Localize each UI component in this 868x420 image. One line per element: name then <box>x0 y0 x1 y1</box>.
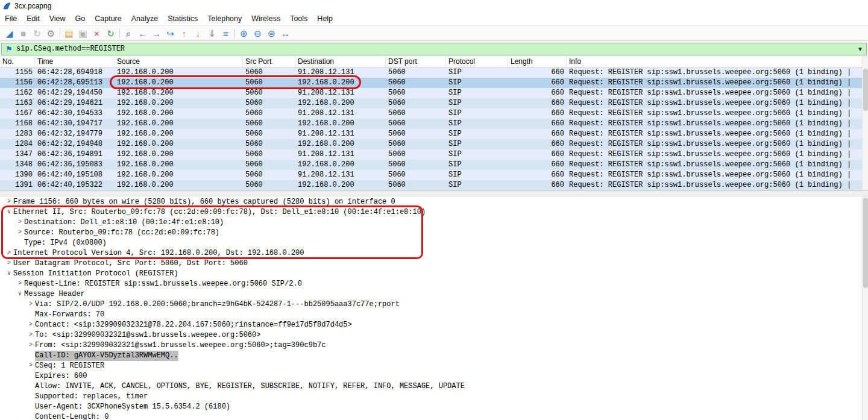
restart-capture-icon[interactable]: ↻ <box>30 27 44 40</box>
menu-tools[interactable]: Tools <box>285 13 312 25</box>
resize-columns-icon[interactable]: ↔ <box>278 27 292 40</box>
expander-collapsed-icon[interactable]: > <box>27 320 35 330</box>
detail-line[interactable]: Call-ID: gAYOX-V5Dyztal3RWMwEMQ.. <box>0 351 868 361</box>
expander-collapsed-icon[interactable]: > <box>5 248 13 259</box>
detail-line[interactable]: Expires: 600 <box>0 371 868 381</box>
packet-row[interactable]: 116206:42:29,194450192.168.0.200506091.2… <box>0 88 868 98</box>
menu-file[interactable]: File <box>0 13 22 25</box>
menu-capture[interactable]: Capture <box>90 13 126 25</box>
detail-line[interactable]: ∨Session Initiation Protocol (REGISTER) <box>0 269 868 279</box>
zoom-100-icon[interactable]: ⊜ <box>265 27 278 40</box>
filter-dropdown-icon[interactable]: ▼ <box>854 46 866 52</box>
go-to-packet-icon[interactable]: ↪ <box>163 27 177 40</box>
cell-dst_port: 5060 <box>386 78 446 88</box>
detail-line[interactable]: >Request-Line: REGISTER sip:ssw1.brussel… <box>0 279 868 289</box>
stop-capture-icon[interactable]: ■ <box>16 27 30 40</box>
expander-collapsed-icon[interactable]: > <box>5 259 13 269</box>
expander-collapsed-icon[interactable]: > <box>5 197 13 207</box>
packet-row[interactable]: 139106:42:40,195322192.168.0.2005060192.… <box>0 180 868 190</box>
first-packet-icon[interactable]: ↑ <box>177 27 191 40</box>
details-scrollbar-thumb[interactable] <box>863 198 868 288</box>
column-header-dst-port[interactable]: DST port <box>386 57 446 67</box>
close-file-icon[interactable]: × <box>90 27 104 40</box>
packet-row[interactable]: 128406:42:32,194948192.168.0.2005060192.… <box>0 139 868 149</box>
detail-text: Request-Line: REGISTER sip:ssw1.brussels… <box>24 279 302 289</box>
expander-collapsed-icon[interactable]: > <box>16 279 24 289</box>
start-capture-icon[interactable]: ◢ <box>2 27 16 40</box>
expander-collapsed-icon[interactable]: > <box>16 218 24 228</box>
menu-help[interactable]: Help <box>312 13 338 25</box>
detail-line[interactable]: >To: <sip:329909032321@ssw1.brussels.wee… <box>0 330 868 340</box>
zoom-in-icon[interactable]: ⊕ <box>237 27 251 40</box>
packet-row[interactable]: 116806:42:30,194717192.168.0.2005060192.… <box>0 119 868 129</box>
column-header-src-port[interactable]: Src Port <box>243 57 295 67</box>
detail-line[interactable]: >CSeq: 1 REGISTER <box>0 361 868 371</box>
cell-protocol: SIP <box>446 88 508 98</box>
expander-expanded-icon[interactable]: ∨ <box>5 269 13 279</box>
packet-row[interactable]: 134806:42:36,195083192.168.0.2005060192.… <box>0 160 868 170</box>
menu-statistics[interactable]: Statistics <box>163 13 203 25</box>
column-header-info[interactable]: Info <box>567 57 868 67</box>
packet-row[interactable]: 115606:42:28,695113192.168.0.2005060192.… <box>0 78 868 88</box>
detail-line[interactable]: >User Datagram Protocol, Src Port: 5060,… <box>0 259 868 269</box>
detail-line[interactable]: ∨Ethernet II, Src: Routerbo_09:fc:78 (cc… <box>0 207 868 218</box>
menu-wireless[interactable]: Wireless <box>247 13 285 25</box>
detail-line[interactable]: Max-Forwards: 70 <box>0 310 868 320</box>
display-filter-input[interactable]: ⚑ sip.CSeq.method==REGISTER ▼ <box>1 43 867 55</box>
open-file-icon[interactable]: ▤ <box>62 27 76 40</box>
colorize-icon[interactable]: ≡ <box>219 27 233 40</box>
reload-file-icon[interactable]: ↻ <box>104 27 118 40</box>
detail-line[interactable]: Allow: INVITE, ACK, CANCEL, OPTIONS, BYE… <box>0 381 868 392</box>
pane-splitter[interactable] <box>0 190 868 196</box>
capture-options-icon[interactable]: ⚙ <box>44 27 58 40</box>
detail-line[interactable]: >Internet Protocol Version 4, Src: 192.1… <box>0 248 868 259</box>
detail-line[interactable]: >Frame 1156: 660 bytes on wire (5280 bit… <box>0 197 868 207</box>
column-header-no-[interactable]: No. <box>0 57 35 67</box>
expander-expanded-icon[interactable]: ∨ <box>5 207 13 218</box>
auto-scroll-icon[interactable]: ⇓ <box>205 27 219 40</box>
expander-collapsed-icon[interactable]: > <box>27 361 35 371</box>
column-header-destination[interactable]: Destination <box>295 57 386 67</box>
go-forward-icon[interactable]: → <box>149 27 163 40</box>
cell-protocol: SIP <box>446 139 508 149</box>
packet-row[interactable]: 116306:42:29,194621192.168.0.2005060192.… <box>0 98 868 108</box>
expander-collapsed-icon[interactable]: > <box>27 299 35 310</box>
detail-line[interactable]: ∨Message Header <box>0 289 868 299</box>
menu-telephony[interactable]: Telephony <box>203 13 247 25</box>
detail-line[interactable]: Supported: replaces, timer <box>0 392 868 402</box>
packet-row[interactable]: 116706:42:30,194533192.168.0.200506091.2… <box>0 108 868 119</box>
details-scrollbar[interactable] <box>862 196 868 420</box>
menu-go[interactable]: Go <box>71 13 90 25</box>
filter-bookmark-icon[interactable]: ⚑ <box>2 45 16 54</box>
column-header-length[interactable]: Length <box>508 57 567 67</box>
packet-list-scrollbar[interactable] <box>862 57 868 190</box>
column-header-time[interactable]: Time <box>35 57 115 67</box>
detail-line[interactable]: >Via: SIP/2.0/UDP 192.168.0.200:5060;bra… <box>0 299 868 310</box>
menu-analyze[interactable]: Analyze <box>127 13 163 25</box>
column-header-protocol[interactable]: Protocol <box>446 57 508 67</box>
packet-row[interactable]: 128306:42:32,194779192.168.0.200506091.2… <box>0 129 868 139</box>
detail-line[interactable]: User-Agent: 3CXPhoneSystem 15.5.6354.2 (… <box>0 402 868 412</box>
packet-row[interactable]: 115506:42:28,694918192.168.0.200506091.2… <box>0 67 868 78</box>
go-back-icon[interactable]: ← <box>136 27 149 40</box>
expander-expanded-icon[interactable]: ∨ <box>16 289 24 299</box>
menu-view[interactable]: View <box>45 13 71 25</box>
detail-line[interactable]: >From: <sip:329909032321@ssw1.brussels.w… <box>0 340 868 351</box>
last-packet-icon[interactable]: ↓ <box>191 27 205 40</box>
detail-line[interactable]: >Contact: <sip:329909032321@78.22.204.16… <box>0 320 868 330</box>
expander-collapsed-icon[interactable]: > <box>27 330 35 340</box>
detail-line[interactable]: >Source: Routerbo_09:fc:78 (cc:2d:e0:09:… <box>0 228 868 238</box>
menu-edit[interactable]: Edit <box>22 13 45 25</box>
zoom-out-icon[interactable]: ⊖ <box>251 27 265 40</box>
column-header-source[interactable]: Source <box>115 57 243 67</box>
expander-collapsed-icon[interactable]: > <box>27 340 35 351</box>
detail-line[interactable]: >Destination: Dell_e1:e8:10 (00:1e:4f:e1… <box>0 218 868 228</box>
packet-list-scrollbar-thumb[interactable] <box>863 69 868 111</box>
packet-row[interactable]: 139006:42:40,195108192.168.0.200506091.2… <box>0 170 868 180</box>
save-file-icon[interactable]: ▣ <box>76 27 90 40</box>
expander-collapsed-icon[interactable]: > <box>16 228 24 238</box>
detail-line[interactable]: Type: IPv4 (0x0800) <box>0 238 868 248</box>
packet-row[interactable]: 134706:42:36,194891192.168.0.200506091.2… <box>0 149 868 160</box>
find-packet-icon[interactable]: ⌕ <box>122 27 136 40</box>
detail-line[interactable]: Content-Length: 0 <box>0 412 868 420</box>
